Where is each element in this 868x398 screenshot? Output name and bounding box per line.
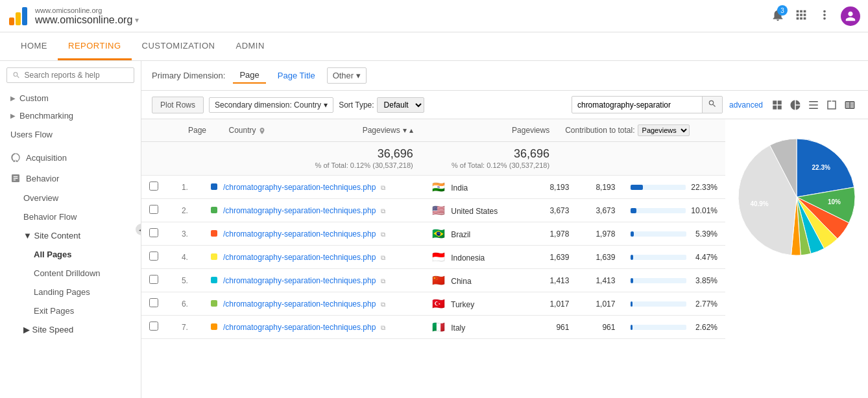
page-link[interactable]: /chromatography-separation-techniques.ph… xyxy=(223,253,376,262)
search-filter-input[interactable] xyxy=(572,98,702,112)
row-checkbox[interactable] xyxy=(149,275,158,284)
pageviews-cell: 1,413 xyxy=(577,269,623,292)
sidebar-item-behavior[interactable]: Behavior xyxy=(0,168,141,189)
pivot-view-icon[interactable] xyxy=(842,97,858,113)
pageviews-sort-cell: 961 xyxy=(531,316,577,339)
row-number: 2. xyxy=(182,206,188,215)
external-link-icon[interactable]: ⧉ xyxy=(381,301,385,308)
row-checkbox[interactable] xyxy=(149,322,158,331)
sidebar-item-site-content[interactable]: ▼ Site Content xyxy=(0,226,141,245)
sidebar-item-all-pages[interactable]: All Pages xyxy=(0,245,141,264)
sidebar-item-acquisition[interactable]: Acquisition xyxy=(0,147,141,168)
notification-bell[interactable]: 3 xyxy=(771,8,785,24)
page-link[interactable]: /chromatography-separation-techniques.ph… xyxy=(223,206,376,215)
row-number: 7. xyxy=(182,323,188,332)
plot-rows-button[interactable]: Plot Rows xyxy=(152,97,204,113)
secondary-dim-dropdown[interactable]: Secondary dimension: Country ▾ xyxy=(209,97,333,113)
sidebar-item-users-flow[interactable]: Users Flow xyxy=(0,124,141,145)
page-link[interactable]: /chromatography-separation-techniques.ph… xyxy=(223,323,376,332)
country-name: China xyxy=(451,277,471,286)
external-link-icon[interactable]: ⧉ xyxy=(381,231,385,238)
contribution-cell: 5.39% xyxy=(623,222,725,246)
table-row: 1. /chromatography-separation-techniques… xyxy=(141,176,725,199)
dim-other-dropdown[interactable]: Other ▾ xyxy=(327,67,367,84)
external-link-icon[interactable]: ⧉ xyxy=(381,324,385,331)
sidebar-item-behavior-flow[interactable]: Behavior Flow xyxy=(0,207,141,226)
pageviews-sort-cell: 1,639 xyxy=(531,246,577,269)
page-link[interactable]: /chromatography-separation-techniques.ph… xyxy=(223,229,376,239)
col-pageviews-sort[interactable]: Pageviews ▾ ▴ xyxy=(284,119,420,142)
pageviews-cell: 3,673 xyxy=(577,199,623,222)
pageviews-cell: 1,017 xyxy=(577,292,623,316)
country-flag: 🇹🇷 xyxy=(432,298,445,309)
sidebar-item-site-speed[interactable]: ▶ Site Speed xyxy=(0,320,141,339)
apps-grid-icon[interactable] xyxy=(794,8,808,24)
table-chart-wrapper: Page Country Pageviews ▾ ▴ xyxy=(141,119,868,339)
search-box[interactable] xyxy=(6,67,134,83)
dim-page-title-button[interactable]: Page Title xyxy=(271,68,322,83)
tab-admin[interactable]: ADMIN xyxy=(225,33,274,60)
comparison-view-icon[interactable] xyxy=(824,97,839,113)
tab-reporting[interactable]: REPORTING xyxy=(58,33,132,60)
user-avatar[interactable] xyxy=(841,6,860,26)
external-link-icon[interactable]: ⧉ xyxy=(381,254,385,261)
sidebar-item-exit-pages[interactable]: Exit Pages xyxy=(0,301,141,320)
row-checkbox[interactable] xyxy=(149,298,158,307)
row-checkbox[interactable] xyxy=(149,205,158,214)
sidebar-item-landing-pages[interactable]: Landing Pages xyxy=(0,283,141,301)
ga-logo xyxy=(8,6,29,27)
external-link-icon[interactable]: ⧉ xyxy=(381,207,385,215)
tab-customization[interactable]: CUSTOMIZATION xyxy=(132,33,226,60)
pageviews-cell: 1,639 xyxy=(577,246,623,269)
sidebar-item-content-drilldown[interactable]: Content Drilldown xyxy=(0,264,141,283)
svg-text:22.3%: 22.3% xyxy=(812,164,830,171)
svg-rect-2 xyxy=(22,7,27,25)
advanced-link[interactable]: advanced xyxy=(729,100,763,110)
site-dropdown-icon[interactable]: ▾ xyxy=(135,16,139,25)
search-filter-button[interactable] xyxy=(702,97,722,113)
page-link[interactable]: /chromatography-separation-techniques.ph… xyxy=(223,276,376,285)
svg-rect-0 xyxy=(9,18,14,25)
contribution-select[interactable]: Pageviews xyxy=(638,124,690,136)
sidebar-item-overview[interactable]: Overview xyxy=(0,189,141,207)
page-link[interactable]: /chromatography-separation-techniques.ph… xyxy=(223,299,376,309)
sort-type-select[interactable]: Sort Type: Default xyxy=(339,97,424,113)
row-color-indicator xyxy=(211,277,217,283)
row-color-indicator xyxy=(211,323,217,330)
sort-type-label: Sort Type: xyxy=(339,100,374,110)
row-checkbox[interactable] xyxy=(149,252,158,261)
search-filter[interactable] xyxy=(572,96,723,113)
site-name: www.omicsonline.org ▾ xyxy=(35,14,139,26)
country-flag: 🇧🇷 xyxy=(432,228,445,239)
col-pageviews: Pageviews xyxy=(421,119,557,142)
country-flag: 🇨🇳 xyxy=(432,275,445,286)
svg-text:40.9%: 40.9% xyxy=(750,200,768,207)
search-input[interactable] xyxy=(25,71,128,80)
svg-text:10%: 10% xyxy=(828,198,841,205)
row-color-indicator xyxy=(211,300,217,307)
country-name: Turkey xyxy=(451,300,474,309)
grid-view-icon[interactable] xyxy=(769,97,785,113)
pie-chart: 22.3%10%40.9% xyxy=(732,132,862,262)
country-flag: 🇮🇹 xyxy=(432,322,445,333)
row-number: 4. xyxy=(182,253,188,262)
country-name: Brazil xyxy=(451,230,470,239)
pie-view-icon[interactable] xyxy=(788,97,803,113)
external-link-icon[interactable]: ⧉ xyxy=(381,277,385,285)
contribution-cell: 2.77% xyxy=(623,292,725,316)
tab-home[interactable]: HOME xyxy=(10,33,58,60)
more-options-icon[interactable] xyxy=(817,8,832,24)
country-name: India xyxy=(451,183,468,193)
sidebar-item-benchmarking[interactable]: ▶ Benchmarking xyxy=(0,107,141,124)
sort-default-select[interactable]: Default xyxy=(377,97,424,113)
contribution-cell: 22.33% xyxy=(623,176,725,199)
svg-rect-1 xyxy=(16,12,21,25)
row-checkbox[interactable] xyxy=(149,228,158,237)
dim-page-button[interactable]: Page xyxy=(233,67,265,84)
page-link[interactable]: /chromatography-separation-techniques.ph… xyxy=(223,183,376,192)
sidebar-item-custom[interactable]: ▶ Custom xyxy=(0,89,141,107)
table-view-icon[interactable] xyxy=(806,97,821,113)
row-checkbox[interactable] xyxy=(149,181,158,191)
external-link-icon[interactable]: ⧉ xyxy=(381,184,385,191)
sidebar: ◀ ▶ Custom ▶ Benchmarking Users Flow Acq… xyxy=(0,61,141,398)
